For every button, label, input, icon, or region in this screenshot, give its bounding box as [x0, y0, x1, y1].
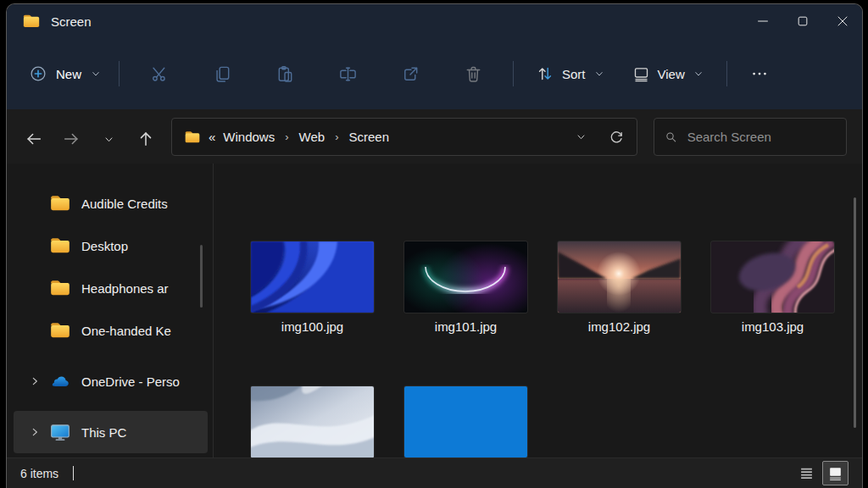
large-thumbnails-view-button[interactable] — [822, 461, 849, 485]
sidebar-item-label: This PC — [81, 425, 126, 440]
folder-icon — [49, 319, 71, 341]
file-name: img103.jpg — [742, 319, 804, 335]
maximize-icon — [794, 13, 811, 30]
new-button[interactable]: New — [20, 58, 110, 90]
sort-arrows-icon — [536, 64, 554, 83]
file-explorer-window: Screen New — [6, 3, 863, 488]
sidebar-item-label: OneDrive - Perso — [81, 374, 180, 389]
breadcrumb-screen[interactable]: Screen — [348, 130, 389, 144]
file-tile-img101[interactable]: img101.jpg — [389, 241, 542, 335]
breadcrumb-separator: › — [282, 130, 291, 143]
folder-icon — [49, 277, 71, 299]
chevron-right-icon[interactable] — [20, 425, 49, 439]
paste-icon — [275, 64, 295, 84]
folder-icon — [49, 192, 71, 214]
see-more-button[interactable] — [736, 64, 783, 83]
share-icon — [401, 64, 420, 84]
rename-icon — [338, 64, 358, 84]
back-button[interactable] — [15, 122, 53, 156]
delete-button[interactable] — [442, 64, 504, 84]
paste-button[interactable] — [253, 64, 316, 84]
breadcrumb-web[interactable]: Web — [299, 130, 326, 144]
file-tile-img103[interactable]: img103.jpg — [696, 241, 849, 335]
breadcrumb-overflow[interactable]: « — [209, 130, 215, 144]
main-area: Audible Credits Desktop Headphones ar On… — [7, 164, 862, 458]
item-count: 6 items — [20, 467, 58, 480]
search-icon — [665, 130, 678, 145]
content-scrollbar[interactable] — [854, 197, 856, 428]
close-button[interactable] — [822, 4, 862, 38]
refresh-icon[interactable] — [608, 129, 625, 146]
sidebar-item-desktop[interactable]: Desktop — [14, 225, 208, 267]
copy-button[interactable] — [191, 64, 253, 84]
chevron-down-icon — [103, 133, 115, 146]
titlebar: Screen — [7, 4, 862, 38]
details-view-icon — [799, 466, 814, 480]
sidebar-item-onedrive[interactable]: OneDrive - Perso — [14, 360, 208, 402]
sidebar-item-one-handed[interactable]: One-handed Ke — [14, 309, 208, 352]
sort-button[interactable]: Sort — [522, 64, 619, 83]
thumbnail-purple-swirl — [711, 241, 834, 313]
file-tile-img102[interactable]: img102.jpg — [542, 241, 696, 335]
sidebar: Audible Credits Desktop Headphones ar On… — [7, 164, 214, 458]
breadcrumb-separator: › — [332, 130, 341, 143]
address-dropdown-icon[interactable] — [575, 130, 587, 143]
maximize-button[interactable] — [782, 4, 822, 38]
window-controls — [743, 4, 862, 38]
thumbnail-solid-blue — [404, 386, 527, 458]
file-name: img100.jpg — [281, 319, 343, 335]
sidebar-scrollbar[interactable] — [200, 245, 203, 308]
forward-button[interactable] — [53, 122, 90, 156]
folder-icon — [22, 12, 41, 30]
arrow-right-icon — [62, 130, 81, 148]
search-input[interactable] — [687, 130, 836, 144]
file-grid: img100.jpg — [214, 164, 862, 458]
plus-circle-icon — [29, 64, 47, 83]
view-button[interactable]: View — [619, 65, 718, 83]
sidebar-item-headphones[interactable]: Headphones ar — [14, 267, 208, 309]
chevron-down-icon — [90, 68, 102, 80]
sidebar-item-this-pc[interactable]: This PC — [14, 411, 208, 453]
sidebar-item-label: Audible Credits — [81, 197, 168, 211]
share-button[interactable] — [379, 64, 442, 84]
chevron-right-icon[interactable] — [20, 374, 49, 388]
navigation-bar: « Windows › Web › Screen — [7, 109, 862, 164]
window-title: Screen — [51, 14, 92, 29]
minimize-button[interactable] — [743, 4, 782, 38]
new-button-label: New — [56, 67, 81, 81]
chevron-down-icon — [593, 68, 605, 80]
status-bar: 6 items — [7, 458, 862, 488]
cut-button[interactable] — [128, 64, 191, 84]
toolbar-divider — [726, 61, 727, 86]
sidebar-item-label: One-handed Ke — [81, 324, 171, 338]
onedrive-cloud-icon — [49, 370, 71, 392]
thumbnail-glow-crescent — [404, 241, 527, 313]
trash-icon — [464, 64, 483, 84]
view-button-label: View — [658, 67, 685, 81]
file-tile-img100[interactable]: img100.jpg — [236, 241, 389, 335]
recent-locations-button[interactable] — [90, 122, 127, 156]
folder-icon — [49, 235, 71, 257]
file-name: img101.jpg — [435, 319, 497, 335]
thumbnail-sunset-lake — [558, 241, 681, 313]
up-button[interactable] — [127, 122, 164, 156]
thumbnail-light-waves — [251, 386, 374, 458]
rename-button[interactable] — [316, 64, 379, 84]
search-box[interactable] — [654, 118, 847, 156]
sidebar-item-label: Headphones ar — [81, 281, 169, 296]
file-tile-solid-blue[interactable] — [389, 386, 542, 458]
view-toggles — [794, 461, 849, 485]
chevron-down-icon — [693, 68, 704, 80]
folder-icon — [184, 129, 201, 146]
ellipsis-icon — [750, 64, 769, 83]
file-tile-light-waves[interactable] — [236, 386, 389, 458]
toolbar-divider — [119, 61, 120, 86]
command-toolbar: New Sort View — [7, 38, 862, 109]
sidebar-item-audible-credits[interactable]: Audible Credits — [14, 182, 208, 225]
breadcrumb-windows[interactable]: Windows — [223, 130, 275, 144]
minimize-icon — [754, 13, 771, 30]
arrow-up-icon — [136, 130, 155, 148]
copy-icon — [213, 64, 232, 84]
address-bar[interactable]: « Windows › Web › Screen — [171, 118, 637, 156]
details-view-button[interactable] — [794, 462, 818, 485]
